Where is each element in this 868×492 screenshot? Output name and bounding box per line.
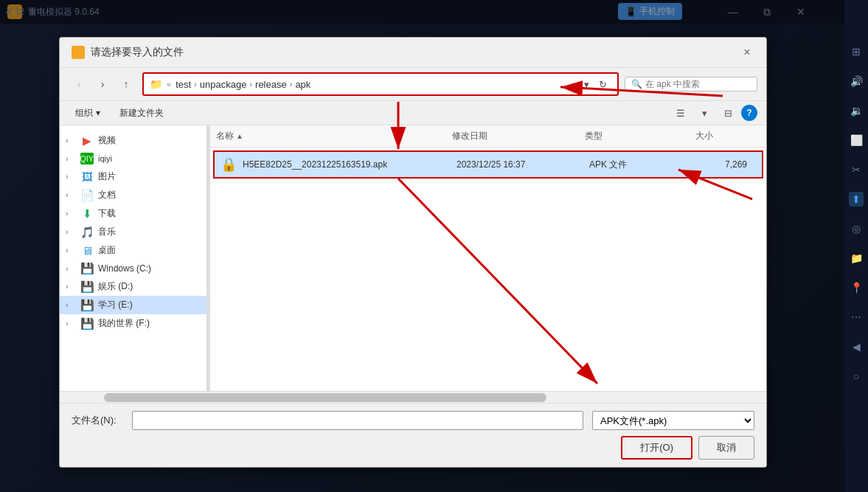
bottom-buttons: 打开(O) 取消 — [72, 436, 754, 460]
nav-forward-button[interactable]: › — [92, 75, 113, 93]
sidebar-icon-location[interactable]: 📍 — [849, 280, 864, 295]
nav-label-c: Windows (C:) — [98, 263, 151, 274]
nav-item-e-drive[interactable]: › 💾 学习 (E:) — [60, 296, 206, 314]
iqiyi-icon: iQIYI — [80, 153, 94, 164]
dialog-title-text: 请选择要导入的文件 — [91, 46, 184, 59]
address-bar[interactable]: 📁 « test › unpackage › release › apk ▾ ↻ — [142, 72, 619, 96]
e-drive-icon: 💾 — [80, 299, 94, 311]
sidebar-icon-import[interactable]: ⬆ — [849, 192, 864, 207]
expand-desktop: › — [66, 246, 76, 254]
organize-button[interactable]: 组织 ▾ — [69, 105, 107, 122]
dialog-bottombar: 文件名(N): APK文件(*.apk) 所有文件(*.*) 打开(O) 取消 — [60, 403, 766, 467]
music-icon: 🎵 — [80, 226, 94, 238]
filename-input[interactable] — [132, 411, 583, 430]
empty-file-area — [210, 181, 766, 373]
nav-item-docs[interactable]: › 📄 文档 — [60, 186, 206, 204]
view-toggle-button[interactable]: ▾ — [694, 104, 715, 122]
col-name-label: 名称 — [216, 130, 234, 142]
sidebar-icon-home[interactable]: ○ — [849, 369, 864, 384]
nav-item-music[interactable]: › 🎵 音乐 — [60, 223, 206, 241]
docs-icon: 📄 — [80, 190, 94, 201]
address-breadcrumb: test › unpackage › release › apk — [176, 79, 310, 90]
file-size-cell: 7,269 — [694, 159, 753, 170]
nav-item-c-drive[interactable]: › 💾 Windows (C:) — [60, 260, 206, 277]
f-drive-icon: 💾 — [80, 318, 94, 330]
desktop-icon: 🖥 — [80, 245, 94, 257]
nav-label-f: 我的世界 (F:) — [98, 317, 150, 330]
view-details-button[interactable]: ⊟ — [718, 104, 738, 122]
expand-docs: › — [66, 191, 76, 199]
col-header-size[interactable]: 大小 — [690, 128, 749, 144]
toolbar2-left: 组织 ▾ 新建文件夹 — [69, 105, 170, 122]
column-headers: 名称 ▲ 修改日期 类型 大小 — [210, 125, 766, 148]
expand-e: › — [66, 301, 76, 309]
sep3: › — [290, 80, 293, 89]
nav-label-d: 娱乐 (D:) — [98, 280, 133, 293]
nav-label-desktop: 桌面 — [98, 244, 116, 257]
breadcrumb-test: test — [176, 79, 191, 90]
nav-back-button[interactable]: ‹ — [69, 75, 89, 93]
nav-label-downloads: 下载 — [98, 207, 116, 220]
sidebar-icon-volume[interactable]: 🔊 — [849, 74, 864, 89]
sidebar-icon-resize[interactable]: ⬜ — [849, 133, 864, 148]
sidebar-icon-circle[interactable]: ◎ — [849, 221, 864, 236]
address-dropdown-button[interactable]: ▾ — [584, 79, 589, 90]
view-list-button[interactable]: ☰ — [670, 104, 691, 122]
address-refresh-button[interactable]: ↻ — [594, 75, 611, 93]
sep2: › — [249, 80, 252, 89]
photos-icon: 🖼 — [80, 171, 94, 183]
breadcrumb-release: release — [255, 79, 287, 90]
dialog-close-button[interactable]: × — [740, 45, 754, 60]
horizontal-scrollbar[interactable] — [60, 391, 766, 403]
file-row-apk[interactable]: 🔒 H5EE82D25__20231225163519.apk 2023/12/… — [213, 150, 763, 179]
col-header-name[interactable]: 名称 ▲ — [210, 128, 446, 144]
toolbar2-right: ☰ ▾ ⊟ ? — [670, 104, 757, 122]
dialog-content: › ▶ 视频 › iQIYI iqiyi › 🖼 图片 › 📄 文档 — [60, 125, 766, 391]
sidebar-icon-grid[interactable]: ⊞ — [849, 44, 864, 59]
col-type-label: 类型 — [585, 130, 603, 142]
search-icon: 🔍 — [631, 79, 642, 89]
nav-item-iqiyi[interactable]: › iQIYI iqiyi — [60, 150, 206, 167]
sidebar-icon-volume2[interactable]: 🔉 — [849, 103, 864, 118]
nav-item-downloads[interactable]: › ⬇ 下载 — [60, 204, 206, 223]
expand-f: › — [66, 319, 76, 328]
nav-item-video[interactable]: › ▶ 视频 — [60, 131, 206, 150]
sidebar-icon-back[interactable]: ◀ — [849, 339, 864, 354]
nav-item-photos[interactable]: › 🖼 图片 — [60, 167, 206, 186]
sep1: › — [194, 80, 197, 89]
downloads-icon: ⬇ — [80, 208, 94, 220]
d-drive-icon: 💾 — [80, 281, 94, 293]
nav-item-d-drive[interactable]: › 💾 娱乐 (D:) — [60, 277, 206, 296]
col-header-date[interactable]: 修改日期 — [446, 128, 579, 144]
nav-item-f-drive[interactable]: › 💾 我的世界 (F:) — [60, 314, 206, 333]
address-bar-container: 📁 « test › unpackage › release › apk ▾ ↻ — [142, 72, 619, 96]
open-button[interactable]: 打开(O) — [621, 436, 692, 460]
sidebar-icon-folder[interactable]: 📁 — [849, 251, 864, 266]
search-input[interactable] — [645, 79, 749, 89]
folder-icon: 📁 — [150, 78, 162, 90]
sidebar-icon-dots[interactable]: ⋯ — [849, 310, 864, 325]
apk-file-icon: 🔒 — [221, 156, 237, 173]
nav-up-button[interactable]: ↑ — [116, 75, 136, 93]
filetype-select[interactable]: APK文件(*.apk) 所有文件(*.*) — [592, 411, 754, 430]
file-list-area: 名称 ▲ 修改日期 类型 大小 🔒 — [210, 125, 766, 391]
sidebar-icon-scissors[interactable]: ✂ — [849, 162, 864, 177]
nav-item-desktop[interactable]: › 🖥 桌面 — [60, 241, 206, 260]
expand-photos: › — [66, 173, 76, 181]
nav-label-e: 学习 (E:) — [98, 299, 133, 311]
cancel-button[interactable]: 取消 — [698, 436, 754, 460]
expand-c: › — [66, 265, 76, 273]
help-button[interactable]: ? — [741, 105, 757, 121]
new-folder-label: 新建文件夹 — [119, 107, 164, 119]
c-drive-icon: 💾 — [80, 263, 94, 274]
breadcrumb-apk: apk — [295, 79, 310, 90]
col-date-label: 修改日期 — [452, 130, 487, 142]
file-date-cell: 2023/12/25 16:37 — [451, 159, 583, 170]
dialog-toolbar2: 组织 ▾ 新建文件夹 ☰ ▾ ⊟ ? — [60, 101, 766, 125]
col-header-type[interactable]: 类型 — [579, 128, 690, 144]
file-size-text: 7,269 — [725, 159, 747, 170]
scrollbar-thumb — [104, 393, 546, 402]
new-folder-button[interactable]: 新建文件夹 — [113, 105, 170, 122]
organize-label: 组织 — [75, 107, 93, 119]
dialog-titlebar: 请选择要导入的文件 × — [60, 38, 766, 68]
